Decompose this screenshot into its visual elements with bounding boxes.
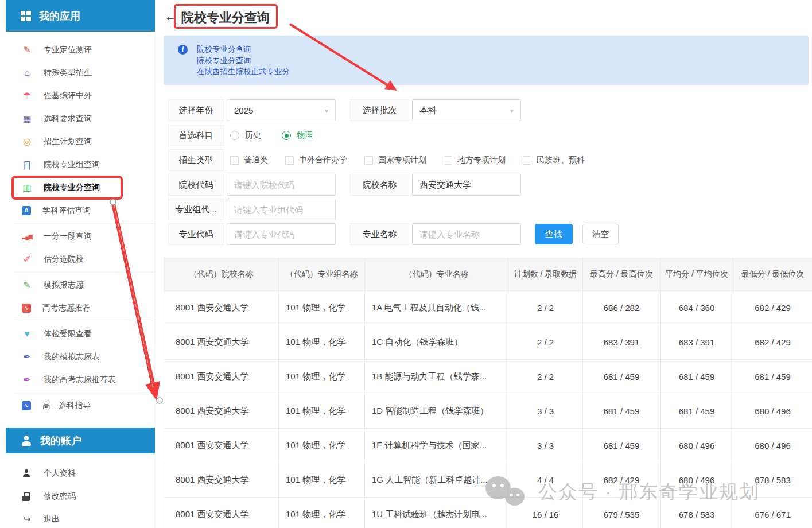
group-code-input[interactable] xyxy=(227,199,336,220)
checkbox-国家专项计划[interactable]: 国家专项计划 xyxy=(364,155,426,165)
sidebar-item-label: 一分一段查询 xyxy=(44,231,92,242)
table-cell: 680 / 496 xyxy=(661,463,733,498)
year-value: 2025 xyxy=(234,106,253,115)
sidebar-item-label: 院校专业分查询 xyxy=(44,183,100,193)
sidebar-item-高一选科指导[interactable]: ∿高一选科指导 xyxy=(0,394,155,417)
health-heart-icon: ♥ xyxy=(22,329,32,339)
table-cell: 1G 人工智能（新工科卓越计... xyxy=(365,463,508,498)
info-icon: i xyxy=(178,45,188,55)
clipboard-pen-icon: ✎ xyxy=(22,45,32,55)
sidebar-item-我的模拟志愿表[interactable]: ✒我的模拟志愿表 xyxy=(0,345,155,368)
sidebar-item-label: 体检受限查看 xyxy=(44,329,92,339)
radio-history-label[interactable]: 历史 xyxy=(245,130,261,141)
subject-label: 首选科目 xyxy=(168,125,224,146)
sidebar-item-选科要求查询[interactable]: ▤选科要求查询 xyxy=(0,107,155,130)
checkbox-box[interactable] xyxy=(523,156,531,165)
page: 我的应用 ✎专业定位测评⌂特殊类型招生☂强基综评中外▤选科要求查询◎招生计划查询… xyxy=(0,0,812,528)
sidebar-item-退出[interactable]: ↪退出 xyxy=(0,508,155,528)
chevron-down-icon: ▼ xyxy=(324,108,329,114)
sidebar-item-专业定位测评[interactable]: ✎专业定位测评 xyxy=(0,38,155,61)
page-title: 院校专业分查询 xyxy=(181,9,270,26)
sidebar-item-院校专业组查询[interactable]: ∏院校专业组查询 xyxy=(0,153,155,176)
radio-history[interactable] xyxy=(230,131,239,140)
batch-select[interactable]: 本科 ▼ xyxy=(412,99,521,121)
college-code-input[interactable] xyxy=(227,174,336,196)
logout-icon: ↪ xyxy=(22,514,32,525)
checkbox-box[interactable] xyxy=(444,156,452,165)
sidebar-item-修改密码[interactable]: 修改密码 xyxy=(0,485,155,508)
info-link[interactable]: 院校专业分查询 xyxy=(197,44,290,55)
sidebar-item-体检受限查看[interactable]: ♥体检受限查看 xyxy=(0,323,155,345)
sidebar-item-强基综评中外[interactable]: ☂强基综评中外 xyxy=(0,84,155,107)
sidebar-header-label: 我的账户 xyxy=(40,434,81,448)
table-cell: 680 / 496 xyxy=(733,394,812,429)
checkbox-box[interactable] xyxy=(364,156,373,165)
table-header: （代码）院校名称 xyxy=(164,258,279,291)
results-table: （代码）院校名称（代码）专业组名称（代码）专业名称计划数 / 录取数据最高分 /… xyxy=(164,258,812,528)
sidebar-item-label: 学科评估查询 xyxy=(42,205,91,216)
major-code-input[interactable] xyxy=(227,223,336,245)
person-icon xyxy=(21,435,32,447)
guide-chart-icon: ∿ xyxy=(22,401,31,410)
clear-button[interactable]: 清空 xyxy=(582,224,619,244)
radio-physics[interactable] xyxy=(282,131,291,140)
umbrella-icon: ☂ xyxy=(22,91,32,101)
table-cell: 678 / 583 xyxy=(733,463,812,498)
books-icon: ▥ xyxy=(22,183,32,193)
college-name-input[interactable] xyxy=(412,174,521,196)
year-select[interactable]: 2025 ▼ xyxy=(227,99,336,121)
checkbox-box[interactable] xyxy=(230,156,239,165)
checkbox-label: 国家专项计划 xyxy=(378,155,426,165)
table-cell: 681 / 459 xyxy=(661,394,733,429)
table-cell: 684 / 360 xyxy=(661,291,733,325)
checkbox-box[interactable] xyxy=(285,156,294,165)
sidebar-item-高考志愿推荐[interactable]: ∿高考志愿推荐 xyxy=(0,297,155,320)
major-name-input[interactable] xyxy=(412,223,521,245)
table-cell: 678 / 583 xyxy=(661,498,733,528)
checkbox-地方专项计划[interactable]: 地方专项计划 xyxy=(444,155,506,165)
table-header: （代码）专业名称 xyxy=(365,258,508,291)
profile-icon xyxy=(22,469,32,478)
info-link[interactable]: 院校专业分查询 xyxy=(197,55,290,67)
table-cell: 1D 智能制造工程（钱学森班） xyxy=(365,394,508,429)
search-button[interactable]: 查找 xyxy=(535,224,573,244)
sidebar-item-我的高考志愿推荐表[interactable]: ✒我的高考志愿推荐表 xyxy=(0,368,155,391)
sidebar-item-label: 估分选院校 xyxy=(44,254,84,265)
checkbox-label: 民族班、预科 xyxy=(537,155,585,165)
info-link[interactable]: 在陕西招生院校正式专业分 xyxy=(197,66,290,77)
sidebar-divider xyxy=(14,272,155,273)
table-cell: 8001 西安交通大学 xyxy=(164,360,279,394)
table-cell: 101 物理，化学 xyxy=(279,429,365,463)
sidebar-item-特殊类型招生[interactable]: ⌂特殊类型招生 xyxy=(0,61,155,84)
table-cell: 680 / 496 xyxy=(733,429,812,463)
table-cell: 1E 计算机科学与技术（国家... xyxy=(365,429,508,463)
sidebar-item-个人资料[interactable]: 个人资料 xyxy=(0,462,155,485)
back-arrow-icon[interactable]: ← xyxy=(164,8,178,24)
table-cell: 16 / 16 xyxy=(508,498,583,528)
subject-options: 历史 物理 xyxy=(230,125,328,146)
plan-search-icon: ◎ xyxy=(22,137,32,147)
table-header: 计划数 / 录取数据 xyxy=(508,258,583,291)
sidebar-divider xyxy=(14,393,155,393)
sidebar-item-模拟报志愿[interactable]: ✎模拟报志愿 xyxy=(0,274,155,297)
radio-physics-label[interactable]: 物理 xyxy=(297,130,313,141)
sidebar-item-招生计划查询[interactable]: ◎招生计划查询 xyxy=(0,130,155,153)
table-cell: 681 / 459 xyxy=(583,429,661,463)
batch-value: 本科 xyxy=(419,105,437,116)
sidebar-item-学科评估查询[interactable]: A学科评估查询 xyxy=(0,199,155,222)
table-cell: 1C 自动化（钱学森班） xyxy=(365,325,508,360)
sidebar-divider xyxy=(14,321,155,321)
sidebar-item-label: 招生计划查询 xyxy=(44,137,92,147)
major-name-label: 专业名称 xyxy=(350,223,409,245)
subject-eval-icon: A xyxy=(22,206,31,215)
sidebar-item-估分选院校[interactable]: ✐估分选院校 xyxy=(0,248,155,271)
checkbox-中外合作办学[interactable]: 中外合作办学 xyxy=(285,155,347,165)
checkbox-民族班、预科[interactable]: 民族班、预科 xyxy=(523,155,585,165)
sidebar-item-一分一段查询[interactable]: ▂▄▆一分一段查询 xyxy=(0,225,155,248)
sidebar-header-my-account: 我的账户 xyxy=(6,428,155,453)
sidebar-item-label: 特殊类型招生 xyxy=(44,68,92,78)
sidebar-item-院校专业分查询[interactable]: ▥院校专业分查询 xyxy=(0,176,155,199)
table-cell: 680 / 496 xyxy=(661,429,733,463)
table-header: 最低分 / 最低位次 xyxy=(733,258,812,291)
checkbox-普通类[interactable]: 普通类 xyxy=(230,155,268,165)
